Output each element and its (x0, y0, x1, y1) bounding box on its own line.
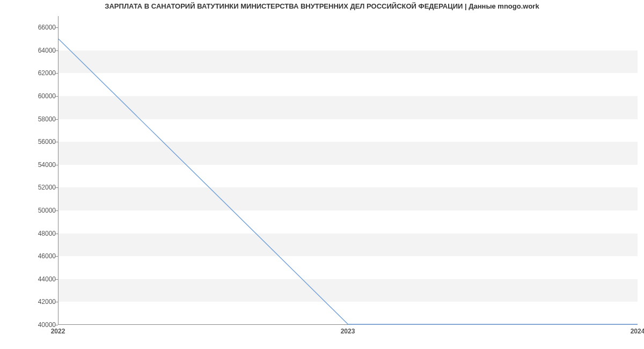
y-tick-mark (55, 234, 58, 234)
y-tick-label: 60000 (24, 92, 56, 100)
y-tick-label: 62000 (24, 69, 56, 77)
y-tick-label: 56000 (24, 138, 56, 146)
y-tick-mark (55, 96, 58, 97)
y-tick-label: 64000 (24, 47, 56, 54)
chart-plot-area (58, 16, 638, 325)
plot-region (58, 16, 638, 325)
y-tick-label: 66000 (24, 24, 56, 31)
y-tick-label: 48000 (24, 230, 56, 237)
y-tick-mark (55, 27, 58, 28)
x-tick-label: 2022 (51, 328, 65, 335)
y-tick-mark (55, 256, 58, 257)
data-line (58, 39, 638, 324)
x-tick-label: 2024 (631, 328, 644, 335)
y-tick-mark (55, 210, 58, 211)
y-tick-label: 58000 (24, 115, 56, 123)
y-tick-label: 52000 (24, 184, 56, 191)
y-tick-mark (55, 142, 58, 142)
y-tick-label: 54000 (24, 161, 56, 169)
y-tick-mark (55, 187, 58, 188)
y-tick-mark (55, 50, 58, 51)
chart-title: ЗАРПЛАТА В САНАТОРИЙ ВАТУТИНКИ МИНИСТЕРС… (0, 2, 644, 10)
line-series (58, 16, 638, 324)
y-tick-mark (55, 119, 58, 120)
x-tick-label: 2023 (341, 328, 355, 335)
y-tick-mark (55, 325, 58, 325)
y-tick-mark (55, 165, 58, 165)
y-tick-label: 46000 (24, 252, 56, 260)
y-tick-mark (55, 279, 58, 280)
y-tick-mark (55, 302, 58, 302)
y-tick-label: 42000 (24, 298, 56, 306)
y-tick-label: 50000 (24, 207, 56, 214)
y-tick-label: 44000 (24, 275, 56, 283)
y-tick-mark (55, 73, 58, 74)
